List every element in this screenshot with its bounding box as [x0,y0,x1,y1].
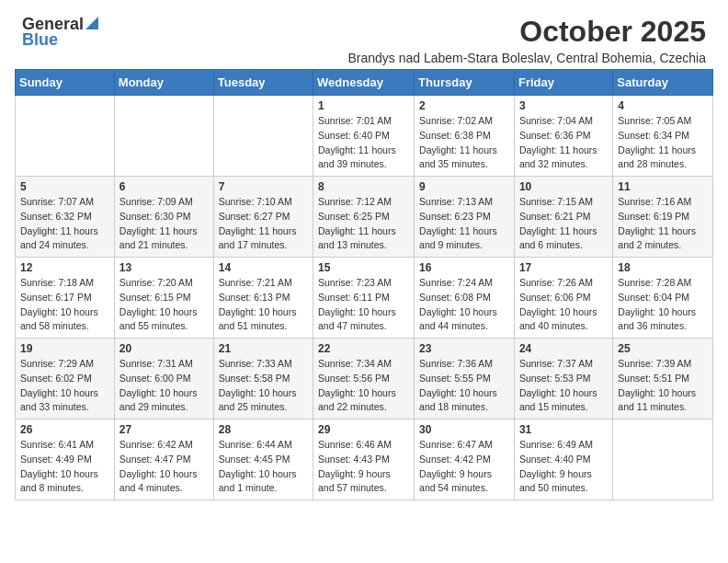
table-row: 7Sunrise: 7:10 AM Sunset: 6:27 PM Daylig… [213,177,313,258]
day-info: Sunrise: 7:01 AM Sunset: 6:40 PM Dayligh… [318,114,409,172]
day-number: 16 [419,261,509,274]
table-row: 10Sunrise: 7:15 AM Sunset: 6:21 PM Dayli… [514,177,612,258]
day-number: 21 [219,342,308,355]
table-row: 24Sunrise: 7:37 AM Sunset: 5:53 PM Dayli… [514,339,612,419]
day-number: 7 [219,180,308,193]
day-number: 2 [419,99,509,112]
table-row: 29Sunrise: 6:46 AM Sunset: 4:43 PM Dayli… [313,419,415,500]
day-info: Sunrise: 7:12 AM Sunset: 6:25 PM Dayligh… [318,195,409,253]
day-info: Sunrise: 7:13 AM Sunset: 6:23 PM Dayligh… [419,195,509,253]
day-info: Sunrise: 7:39 AM Sunset: 5:51 PM Dayligh… [618,357,708,415]
header-wednesday: Wednesday [313,70,415,96]
day-info: Sunrise: 7:33 AM Sunset: 5:58 PM Dayligh… [219,357,308,415]
day-info: Sunrise: 7:24 AM Sunset: 6:08 PM Dayligh… [419,276,509,334]
header-friday: Friday [514,70,612,96]
day-info: Sunrise: 6:46 AM Sunset: 4:43 PM Dayligh… [318,438,409,496]
day-number: 13 [119,261,209,274]
table-row: 16Sunrise: 7:24 AM Sunset: 6:08 PM Dayli… [415,258,515,339]
day-info: Sunrise: 7:18 AM Sunset: 6:17 PM Dayligh… [20,276,109,334]
table-row: 20Sunrise: 7:31 AM Sunset: 6:00 PM Dayli… [114,339,213,419]
day-number: 31 [519,423,608,436]
day-number: 9 [419,180,509,193]
day-number: 1 [318,99,409,112]
day-number: 12 [20,261,109,274]
table-row: 26Sunrise: 6:41 AM Sunset: 4:49 PM Dayli… [16,419,115,500]
day-info: Sunrise: 7:05 AM Sunset: 6:34 PM Dayligh… [618,114,708,172]
table-row [613,419,713,500]
day-info: Sunrise: 7:02 AM Sunset: 6:38 PM Dayligh… [419,114,509,172]
day-number: 6 [119,180,209,193]
calendar-week-row: 1Sunrise: 7:01 AM Sunset: 6:40 PM Daylig… [16,96,713,177]
day-info: Sunrise: 7:36 AM Sunset: 5:55 PM Dayligh… [419,357,509,415]
day-info: Sunrise: 6:49 AM Sunset: 4:40 PM Dayligh… [519,438,608,496]
day-number: 4 [618,99,708,112]
day-info: Sunrise: 7:28 AM Sunset: 6:04 PM Dayligh… [618,276,708,334]
logo: General Blue [22,15,98,50]
day-info: Sunrise: 7:29 AM Sunset: 6:02 PM Dayligh… [20,357,109,415]
table-row: 28Sunrise: 6:44 AM Sunset: 4:45 PM Dayli… [213,419,313,500]
day-info: Sunrise: 7:21 AM Sunset: 6:13 PM Dayligh… [219,276,308,334]
logo-triangle-icon [85,17,98,33]
table-row: 13Sunrise: 7:20 AM Sunset: 6:15 PM Dayli… [114,258,213,339]
title-block: October 2025 Brandys nad Labem-Stara Bol… [347,15,706,65]
svg-marker-0 [85,17,98,29]
day-info: Sunrise: 7:20 AM Sunset: 6:15 PM Dayligh… [119,276,209,334]
day-number: 17 [519,261,608,274]
table-row: 2Sunrise: 7:02 AM Sunset: 6:38 PM Daylig… [415,96,515,177]
header-tuesday: Tuesday [213,70,313,96]
table-row: 18Sunrise: 7:28 AM Sunset: 6:04 PM Dayli… [613,258,713,339]
day-info: Sunrise: 7:15 AM Sunset: 6:21 PM Dayligh… [519,195,608,253]
day-number: 8 [318,180,409,193]
table-row: 12Sunrise: 7:18 AM Sunset: 6:17 PM Dayli… [16,258,115,339]
table-row: 4Sunrise: 7:05 AM Sunset: 6:34 PM Daylig… [613,96,713,177]
day-info: Sunrise: 7:23 AM Sunset: 6:11 PM Dayligh… [318,276,409,334]
day-number: 5 [20,180,109,193]
main-title: October 2025 [347,15,706,49]
table-row: 9Sunrise: 7:13 AM Sunset: 6:23 PM Daylig… [415,177,515,258]
header-monday: Monday [114,70,213,96]
day-info: Sunrise: 7:31 AM Sunset: 6:00 PM Dayligh… [119,357,209,415]
day-number: 25 [618,342,708,355]
table-row [16,96,115,177]
day-number: 26 [20,423,109,436]
header-saturday: Saturday [613,70,713,96]
day-number: 19 [20,342,109,355]
calendar-week-row: 26Sunrise: 6:41 AM Sunset: 4:49 PM Dayli… [16,419,713,500]
day-number: 10 [519,180,608,193]
day-info: Sunrise: 7:10 AM Sunset: 6:27 PM Dayligh… [219,195,308,253]
day-number: 20 [119,342,209,355]
calendar-table: Sunday Monday Tuesday Wednesday Thursday… [15,69,713,500]
day-number: 30 [419,423,509,436]
logo-blue-text: Blue [22,30,58,50]
day-info: Sunrise: 6:44 AM Sunset: 4:45 PM Dayligh… [219,438,308,496]
day-info: Sunrise: 7:07 AM Sunset: 6:32 PM Dayligh… [20,195,109,253]
table-row: 22Sunrise: 7:34 AM Sunset: 5:56 PM Dayli… [313,339,415,419]
table-row: 30Sunrise: 6:47 AM Sunset: 4:42 PM Dayli… [415,419,515,500]
table-row: 11Sunrise: 7:16 AM Sunset: 6:19 PM Dayli… [613,177,713,258]
table-row: 19Sunrise: 7:29 AM Sunset: 6:02 PM Dayli… [16,339,115,419]
table-row: 23Sunrise: 7:36 AM Sunset: 5:55 PM Dayli… [415,339,515,419]
page-header: General Blue October 2025 Brandys nad La… [0,0,728,69]
header-sunday: Sunday [16,70,115,96]
header-thursday: Thursday [415,70,515,96]
table-row: 25Sunrise: 7:39 AM Sunset: 5:51 PM Dayli… [613,339,713,419]
day-info: Sunrise: 7:37 AM Sunset: 5:53 PM Dayligh… [519,357,608,415]
day-number: 24 [519,342,608,355]
day-number: 29 [318,423,409,436]
day-number: 22 [318,342,409,355]
day-number: 11 [618,180,708,193]
day-number: 18 [618,261,708,274]
calendar-week-row: 5Sunrise: 7:07 AM Sunset: 6:32 PM Daylig… [16,177,713,258]
table-row: 3Sunrise: 7:04 AM Sunset: 6:36 PM Daylig… [514,96,612,177]
day-number: 23 [419,342,509,355]
day-number: 28 [219,423,308,436]
day-info: Sunrise: 6:41 AM Sunset: 4:49 PM Dayligh… [20,438,109,496]
day-number: 3 [519,99,608,112]
day-number: 15 [318,261,409,274]
table-row: 1Sunrise: 7:01 AM Sunset: 6:40 PM Daylig… [313,96,415,177]
table-row: 6Sunrise: 7:09 AM Sunset: 6:30 PM Daylig… [114,177,213,258]
day-info: Sunrise: 7:26 AM Sunset: 6:06 PM Dayligh… [519,276,608,334]
day-info: Sunrise: 7:09 AM Sunset: 6:30 PM Dayligh… [119,195,209,253]
table-row: 5Sunrise: 7:07 AM Sunset: 6:32 PM Daylig… [16,177,115,258]
subtitle: Brandys nad Labem-Stara Boleslav, Centra… [347,51,706,65]
